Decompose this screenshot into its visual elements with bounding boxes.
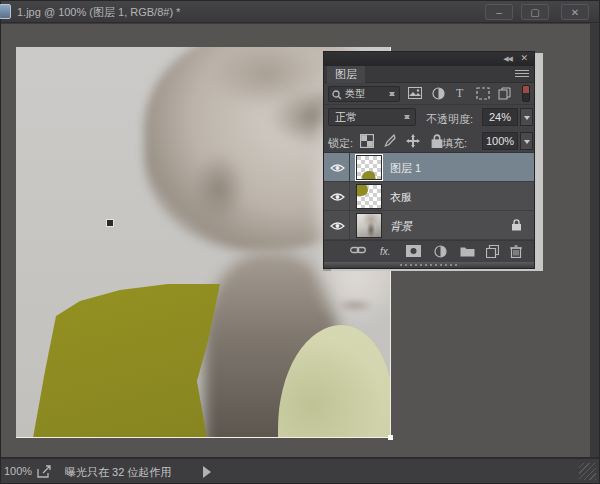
window-resize-grip[interactable] [579,463,596,480]
panel-tab-bar: 图层 [324,66,534,83]
visibility-cell[interactable] [324,182,350,211]
document-icon [0,4,11,19]
layer-thumbnail[interactable] [356,155,382,180]
portrait-ear [191,152,246,227]
dropdown-arrows-icon [389,89,396,99]
portrait-lips [338,299,372,312]
brush-cursor-mark [107,220,113,226]
maximize-button[interactable]: ▢ [521,4,549,20]
lock-pixels-brush-icon[interactable] [382,134,396,148]
canvas-corner-handle [388,435,393,440]
filter-adjustment-layers-icon[interactable] [432,87,445,100]
lock-position-icon[interactable] [406,134,420,148]
layer-name[interactable]: 图层 1 [390,161,421,176]
layer-name[interactable]: 衣服 [390,190,412,205]
close-button[interactable]: ✕ [561,4,589,20]
fill-value-field[interactable]: 100% [482,132,518,150]
link-layers-icon[interactable] [350,245,366,255]
document-title: 1.jpg @ 100% (图层 1, RGB/8#) * [17,5,180,20]
title-bar[interactable]: 1.jpg @ 100% (图层 1, RGB/8#) * – ▢ ✕ [1,1,599,23]
lock-label: 锁定: [328,136,353,151]
layer-row-clothes[interactable]: 衣服 [324,182,534,211]
opacity-label: 不透明度: [426,112,473,127]
fill-dropdown-button[interactable] [520,132,533,150]
add-layer-mask-icon[interactable] [406,245,421,257]
photoshop-document-window: 1.jpg @ 100% (图层 1, RGB/8#) * – ▢ ✕ ◀◀ ✕ [0,0,600,484]
opacity-value-field[interactable]: 24% [482,108,518,126]
new-adjustment-layer-icon[interactable] [434,245,447,258]
fill-label: 填充: [442,136,467,151]
lock-row: 锁定: 填充: 100% [324,129,534,153]
layers-panel[interactable]: ◀◀ ✕ 图层 类型 [323,51,535,269]
layer-thumbnail[interactable] [356,213,382,238]
layer-row-layer1[interactable]: 图层 1 [324,153,534,182]
blend-mode-value: 正常 [335,111,357,123]
layer-thumbnail[interactable] [356,184,382,209]
panel-resize-grip[interactable] [324,262,534,268]
collapse-panel-icon[interactable]: ◀◀ [503,55,512,63]
blend-mode-dropdown[interactable]: 正常 [328,108,416,126]
filter-type-dropdown[interactable]: 类型 [328,86,400,102]
panel-menu-icon[interactable] [515,70,529,79]
layer-name[interactable]: 背景 [390,219,412,234]
panel-title-bar[interactable]: ◀◀ ✕ [324,52,534,66]
tab-layers[interactable]: 图层 [327,66,365,83]
visibility-cell[interactable] [324,211,350,240]
eye-icon [330,163,345,173]
layer-style-fx-icon[interactable]: fx. [380,246,391,257]
filter-toggle-switch[interactable] [522,85,530,102]
minimize-button[interactable]: – [485,4,513,20]
filter-type-layers-icon[interactable]: T [456,86,463,101]
panel-close-icon[interactable]: ✕ [520,53,528,63]
panel-bottom-bar: fx. [324,240,534,262]
blend-mode-row: 正常 不透明度: 24% [324,105,534,129]
delete-layer-trash-icon[interactable] [510,245,522,258]
new-group-folder-icon[interactable] [460,245,475,257]
filter-type-label: 类型 [345,88,365,99]
window-edge [590,24,599,459]
filter-smart-objects-icon[interactable] [498,87,511,100]
eye-icon [330,221,345,231]
visibility-cell[interactable] [324,153,350,182]
status-message: 曝光只在 32 位起作用 [65,465,171,480]
status-play-arrow-icon[interactable] [203,466,217,478]
search-icon [332,90,342,100]
layer-filter-row: 类型 T [324,83,534,105]
new-layer-icon[interactable] [486,245,499,258]
lock-transparency-icon[interactable] [360,134,374,148]
filter-pixel-layers-icon[interactable] [408,87,422,99]
status-export-icon[interactable] [37,465,52,478]
opacity-dropdown-button[interactable] [520,108,533,126]
dropdown-arrows-icon [404,112,411,122]
layers-list: 图层 1 衣服 [324,153,534,240]
filter-shape-layers-icon[interactable] [476,87,490,100]
status-bar: 100% 曝光只在 32 位起作用 [1,457,599,483]
layer-lock-icon [511,219,522,231]
zoom-level-field[interactable]: 100% [4,465,32,477]
eye-icon [330,192,345,202]
layer-row-background[interactable]: 背景 [324,211,534,240]
